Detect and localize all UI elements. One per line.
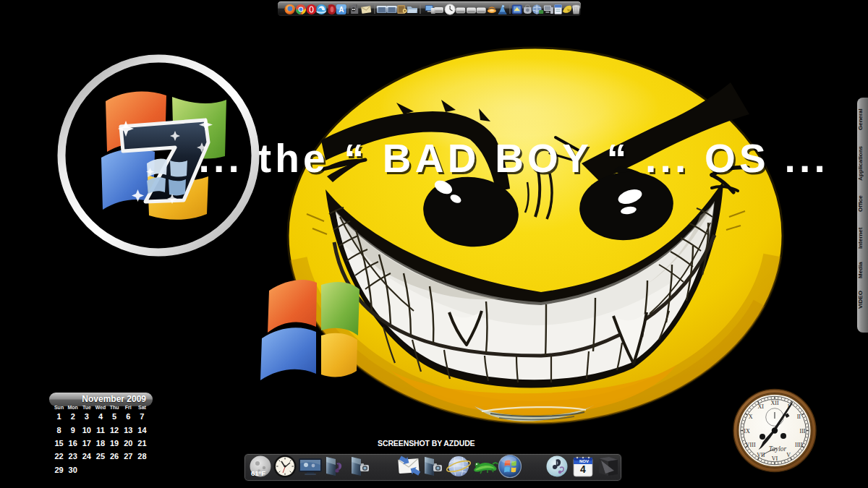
svg-text:XII: XII [770, 400, 778, 406]
svg-text:VIII: VIII [746, 442, 756, 448]
svg-text:II: II [797, 414, 801, 420]
svg-text:Taylor: Taylor [769, 445, 787, 453]
svg-text:IX: IX [744, 428, 750, 435]
svg-text:IIII: IIII [795, 442, 803, 448]
svg-text:VI: VI [772, 455, 778, 462]
svg-text:V: V [786, 452, 791, 458]
svg-text:A: A [339, 6, 344, 14]
svg-text:61°F: 61°F [251, 469, 265, 477]
svg-text:4: 4 [580, 463, 586, 475]
svg-text:X: X [749, 414, 753, 420]
svg-text:.... the “ BAD BOY “ ... OS ..: .... the “ BAD BOY “ ... OS ... [184, 136, 829, 181]
svg-text:XI: XI [757, 403, 764, 410]
svg-text:III: III [800, 428, 806, 435]
svg-text:VII: VII [757, 452, 765, 458]
